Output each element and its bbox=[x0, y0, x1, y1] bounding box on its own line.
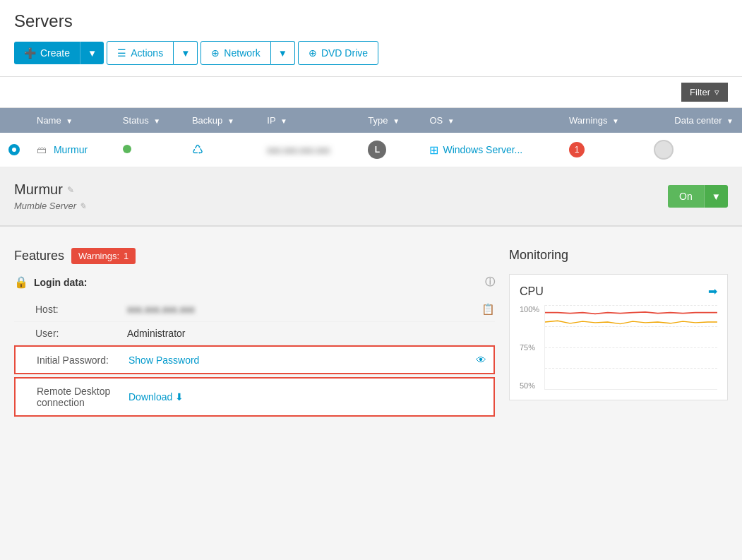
edit-type-icon[interactable]: ✎ bbox=[79, 201, 86, 211]
edit-name-icon[interactable]: ✎ bbox=[67, 185, 74, 195]
monitoring-title: Monitoring bbox=[509, 248, 728, 263]
cpu-chart-area: 100% 75% 50% bbox=[520, 305, 717, 390]
initial-password-row: Initial Password: Show Password 👁 bbox=[16, 347, 493, 373]
initial-password-wrap: Initial Password: Show Password 👁 bbox=[14, 345, 495, 374]
main-content: Features Warnings: 1 🔒 Login data: ⓘ Hos… bbox=[0, 227, 742, 509]
col-name[interactable]: Name ▼ bbox=[28, 108, 114, 133]
ip-value: xxx.xxx.xxx.xxx bbox=[267, 145, 330, 155]
col-datacenter[interactable]: Data center ▼ bbox=[645, 108, 742, 133]
row-os: ⊞ Windows Server... bbox=[421, 133, 561, 167]
actions-icon: ☰ bbox=[117, 47, 126, 59]
create-dropdown-button[interactable]: ▼ bbox=[80, 42, 104, 64]
download-icon: ⬇ bbox=[175, 391, 184, 403]
login-data-section: 🔒 Login data: ⓘ Host: xxx.xxx.xxx.xxx 📋 … bbox=[14, 275, 495, 417]
on-button[interactable]: On bbox=[668, 185, 704, 208]
col-type[interactable]: Type ▼ bbox=[359, 108, 421, 133]
servers-table: Name ▼ Status ▼ Backup ▼ IP ▼ Type ▼ OS … bbox=[0, 108, 742, 167]
network-icon: ⊕ bbox=[211, 47, 220, 59]
features-title: Features Warnings: 1 bbox=[14, 248, 495, 264]
status-online-dot bbox=[123, 145, 131, 153]
login-data-icon: 🔒 bbox=[14, 275, 28, 289]
user-label: User: bbox=[35, 328, 127, 339]
toolbar: ➕ Create ▼ ☰ Actions ▼ ⊕ Network ▼ ⊕ DVD… bbox=[14, 41, 728, 65]
server-detail-info: Murmur ✎ Mumble Server ✎ bbox=[14, 181, 86, 211]
windows-icon: ⊞ bbox=[429, 143, 438, 157]
row-datacenter bbox=[645, 133, 742, 167]
create-btn-group: ➕ Create ▼ bbox=[14, 42, 104, 64]
chart-labels: 100% 75% 50% bbox=[520, 305, 539, 390]
chart-grid bbox=[544, 305, 717, 390]
row-ip: xxx.xxx.xxx.xxx bbox=[258, 133, 359, 167]
row-type: L bbox=[359, 133, 421, 167]
filter-bar: Filter ▿ bbox=[0, 77, 742, 108]
type-badge: L bbox=[368, 141, 386, 159]
features-panel: Features Warnings: 1 🔒 Login data: ⓘ Hos… bbox=[14, 248, 495, 488]
server-name-link[interactable]: Murmur bbox=[54, 144, 88, 155]
row-backup: ♺ bbox=[184, 133, 258, 167]
col-radio bbox=[0, 108, 28, 133]
chart-label-75: 75% bbox=[520, 343, 539, 352]
remote-desktop-wrap: Remote Desktop connection Download ⬇ bbox=[14, 377, 495, 417]
plus-icon: ➕ bbox=[24, 47, 36, 59]
remote-desktop-label: Remote Desktop connection bbox=[37, 386, 128, 408]
actions-btn-group: ☰ Actions ▼ bbox=[107, 41, 198, 65]
server-detail-type: Mumble Server ✎ bbox=[14, 201, 86, 211]
server-icon: 🗃 bbox=[37, 144, 47, 155]
row-name: 🗃 Murmur bbox=[28, 133, 114, 167]
initial-password-label: Initial Password: bbox=[37, 355, 128, 366]
table-row: 🗃 Murmur ♺ xxx.xxx.xxx.xxx L ⊞ bbox=[0, 133, 742, 167]
show-password-link[interactable]: Show Password bbox=[128, 355, 199, 366]
cpu-svg-chart bbox=[545, 305, 717, 389]
os-name: Windows Server... bbox=[443, 144, 522, 155]
create-button[interactable]: ➕ Create bbox=[14, 42, 80, 64]
monitoring-panel: Monitoring CPU ➡ 100% 75% 50% bbox=[509, 248, 728, 488]
warnings-count-badge: 1 bbox=[569, 142, 585, 157]
help-icon[interactable]: ⓘ bbox=[485, 276, 495, 289]
on-dropdown-button[interactable]: ▼ bbox=[704, 185, 728, 208]
filter-button[interactable]: Filter ▿ bbox=[681, 83, 728, 102]
page-title: Servers bbox=[14, 11, 728, 31]
download-link[interactable]: Download ⬇ bbox=[128, 391, 184, 403]
row-status bbox=[114, 133, 184, 167]
row-warnings: 1 bbox=[561, 133, 645, 167]
col-status[interactable]: Status ▼ bbox=[114, 108, 184, 133]
server-detail-name: Murmur ✎ bbox=[14, 181, 86, 198]
network-btn-group: ⊕ Network ▼ bbox=[201, 41, 295, 65]
col-ip[interactable]: IP ▼ bbox=[258, 108, 359, 133]
host-field-row: Host: xxx.xxx.xxx.xxx 📋 bbox=[14, 297, 495, 322]
dvd-icon: ⊕ bbox=[309, 47, 317, 59]
actions-dropdown-button[interactable]: ▼ bbox=[174, 41, 198, 65]
cpu-chart-header: CPU ➡ bbox=[520, 285, 717, 298]
user-field-row: User: Administrator bbox=[14, 322, 495, 345]
user-value: Administrator bbox=[127, 328, 495, 339]
backup-icon: ♺ bbox=[192, 143, 203, 157]
server-detail-header: Murmur ✎ Mumble Server ✎ On ▼ bbox=[0, 167, 742, 227]
copy-icon[interactable]: 📋 bbox=[481, 303, 495, 316]
cpu-external-link-icon[interactable]: ➡ bbox=[708, 285, 717, 298]
warnings-tag: Warnings: 1 bbox=[71, 248, 136, 264]
col-backup[interactable]: Backup ▼ bbox=[184, 108, 258, 133]
network-button[interactable]: ⊕ Network bbox=[201, 41, 270, 65]
dvd-drive-button[interactable]: ⊕ DVD Drive bbox=[298, 41, 378, 65]
chart-label-100: 100% bbox=[520, 305, 539, 314]
row-radio[interactable] bbox=[0, 133, 28, 167]
col-warnings[interactable]: Warnings ▼ bbox=[561, 108, 645, 133]
filter-icon: ▿ bbox=[714, 87, 719, 97]
on-btn-group: On ▼ bbox=[668, 185, 728, 208]
network-dropdown-button[interactable]: ▼ bbox=[271, 41, 295, 65]
host-value: xxx.xxx.xxx.xxx bbox=[127, 304, 481, 315]
chart-label-50: 50% bbox=[520, 381, 539, 390]
host-label: Host: bbox=[35, 304, 127, 315]
datacenter-circle bbox=[654, 140, 674, 160]
login-data-header: 🔒 Login data: ⓘ bbox=[14, 275, 495, 289]
col-os[interactable]: OS ▼ bbox=[421, 108, 561, 133]
eye-icon[interactable]: 👁 bbox=[476, 354, 486, 366]
remote-desktop-row: Remote Desktop connection Download ⬇ bbox=[16, 379, 493, 415]
cpu-chart: CPU ➡ 100% 75% 50% bbox=[509, 274, 728, 400]
cpu-title: CPU bbox=[520, 285, 544, 298]
actions-button[interactable]: ☰ Actions bbox=[107, 41, 174, 65]
servers-table-container: Name ▼ Status ▼ Backup ▼ IP ▼ Type ▼ OS … bbox=[0, 108, 742, 167]
